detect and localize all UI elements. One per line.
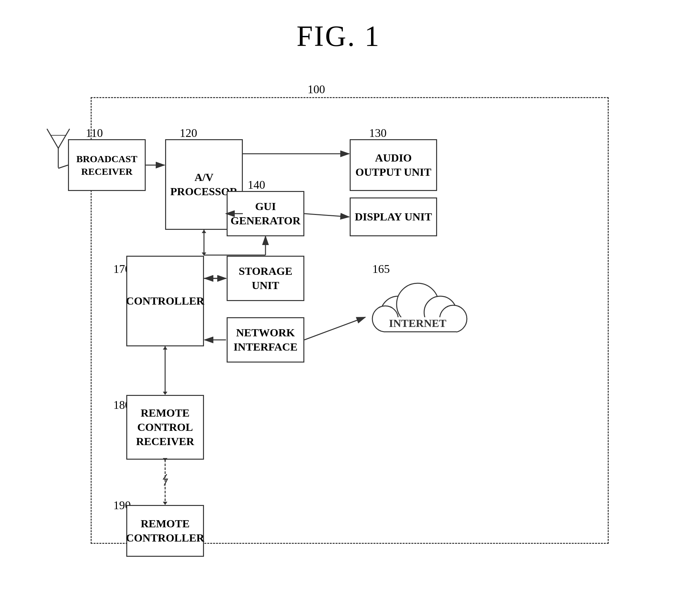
broadcast-receiver-block: BROADCASTRECEIVER bbox=[68, 139, 146, 191]
diagram-container: 100 110 BROADCASTRECEIVER 120 A/VPROCESS… bbox=[26, 71, 651, 597]
display-unit-block: DISPLAY UNIT bbox=[350, 197, 437, 236]
ref-110: 110 bbox=[86, 126, 103, 140]
audio-output-block: AUDIOOUTPUT UNIT bbox=[350, 139, 437, 191]
storage-unit-block: STORAGE UNIT bbox=[227, 256, 304, 301]
remote-control-receiver-block: REMOTECONTROLRECEIVER bbox=[126, 395, 204, 460]
controller-block: CONTROLLER bbox=[126, 256, 204, 346]
ref-130: 130 bbox=[369, 126, 387, 140]
internet-cloud: INTERNET bbox=[366, 262, 469, 346]
remote-controller-block: REMOTECONTROLLER bbox=[126, 505, 204, 557]
ref-100: 100 bbox=[308, 83, 325, 96]
gui-generator-block: GUIGENERATOR bbox=[227, 191, 304, 236]
network-interface-block: NETWORKINTERFACE bbox=[227, 317, 304, 363]
svg-line-1 bbox=[47, 129, 58, 148]
ref-140: 140 bbox=[248, 178, 265, 192]
svg-text:INTERNET: INTERNET bbox=[389, 317, 447, 329]
page-title: FIG. 1 bbox=[0, 0, 677, 53]
ref-120: 120 bbox=[180, 126, 197, 140]
